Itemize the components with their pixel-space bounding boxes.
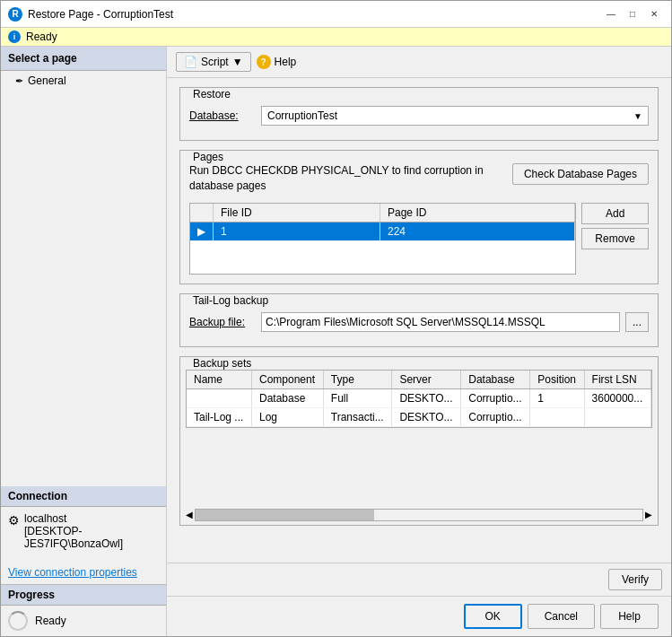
- position-header: Position: [530, 371, 584, 389]
- cancel-button[interactable]: Cancel: [528, 604, 595, 629]
- scroll-right-icon[interactable]: ▶: [645, 510, 652, 519]
- progress-header: Progress: [1, 584, 166, 606]
- help-button[interactable]: ? Help: [257, 55, 297, 69]
- check-database-pages-button[interactable]: Check Database Pages: [512, 163, 649, 185]
- pages-actions: Add Remove: [581, 203, 649, 275]
- row-indicator: ▶: [190, 222, 214, 240]
- browse-button[interactable]: ...: [625, 312, 649, 332]
- main-window: R Restore Page - CorruptionTest — □ ✕ i …: [0, 0, 672, 637]
- connection-header: Connection: [1, 486, 166, 507]
- table-row[interactable]: Tail-Log ... Log Transacti... DESKTO... …: [187, 407, 651, 426]
- remove-button[interactable]: Remove: [581, 228, 649, 249]
- row-server: DESKTO...: [392, 407, 461, 426]
- file-id-header: File ID: [214, 204, 380, 223]
- row-type: Transacti...: [323, 407, 392, 426]
- row-name: [187, 388, 252, 407]
- backup-file-label: Backup file:: [189, 316, 261, 328]
- connection-details: localhost [DESKTOP-JES7IFQ\BonzaOwl]: [24, 512, 159, 550]
- connection-section: Connection ⚙ localhost [DESKTOP-JES7IFQ\…: [1, 486, 166, 584]
- sidebar-item-label: General: [28, 74, 66, 87]
- window-icon: R: [8, 7, 22, 22]
- tail-log-group: Tail-Log backup Backup file: C:\Program …: [179, 293, 659, 347]
- row-position: [530, 407, 584, 426]
- row-component: Log: [252, 407, 324, 426]
- database-field-row: Database: CorruptionTest ▼: [189, 106, 649, 126]
- script-arrow: ▼: [232, 56, 243, 68]
- maximize-button[interactable]: □: [623, 5, 642, 23]
- row-database: Corruptio...: [461, 407, 530, 426]
- restore-group-content: Database: CorruptionTest ▼: [180, 100, 658, 140]
- tail-log-label: Tail-Log backup: [189, 294, 272, 307]
- database-header: Database: [461, 371, 530, 389]
- row-type: Full: [323, 388, 392, 407]
- sidebar: Select a page ✒ General Connection ⚙ loc…: [1, 47, 167, 636]
- row-first-lsn: 3600000...: [584, 388, 650, 407]
- title-bar-left: R Restore Page - CorruptionTest: [8, 7, 173, 22]
- component-header: Component: [252, 371, 324, 389]
- horizontal-scrollbar[interactable]: [195, 509, 643, 521]
- content-area: Restore Database: CorruptionTest ▼ Pag: [167, 78, 671, 563]
- status-text: Ready: [26, 31, 57, 43]
- pages-table-wrapper: File ID Page ID ▶ 1 224: [189, 203, 649, 275]
- database-value: CorruptionTest: [267, 109, 337, 122]
- progress-content: Ready: [1, 606, 166, 636]
- backup-file-input[interactable]: C:\Program Files\Microsoft SQL Server\MS…: [261, 312, 620, 332]
- progress-status: Ready: [35, 615, 66, 627]
- title-bar-controls: — □ ✕: [601, 5, 664, 23]
- row-name: Tail-Log ...: [187, 407, 252, 426]
- footer-buttons: OK Cancel Help: [167, 596, 671, 636]
- connection-info: ⚙ localhost [DESKTOP-JES7IFQ\BonzaOwl]: [1, 507, 166, 555]
- restore-group-label: Restore: [189, 88, 234, 100]
- row-component: Database: [252, 388, 324, 407]
- right-panel: 📄 Script ▼ ? Help Restore Database:: [167, 47, 671, 636]
- table-row[interactable]: ▶ 1 224: [190, 222, 575, 240]
- file-id-cell: 1: [214, 222, 380, 240]
- dropdown-arrow-icon: ▼: [633, 111, 642, 121]
- page-id-header: Page ID: [380, 204, 575, 223]
- type-header: Type: [323, 371, 392, 389]
- connection-server: localhost: [24, 512, 159, 525]
- restore-group: Restore Database: CorruptionTest ▼: [179, 87, 659, 141]
- backup-table-container: Name Component Type Server Database Posi…: [186, 370, 652, 428]
- pages-table: File ID Page ID ▶ 1 224: [190, 204, 575, 241]
- close-button[interactable]: ✕: [644, 5, 664, 23]
- add-button[interactable]: Add: [581, 203, 649, 224]
- pages-description-row: Run DBCC CHECKDB PHYSICAL_ONLY to find c…: [180, 163, 658, 203]
- connection-user: [DESKTOP-JES7IFQ\BonzaOwl]: [24, 525, 159, 550]
- verify-toolbar: Verify: [167, 563, 671, 596]
- toolbar: 📄 Script ▼ ? Help: [167, 47, 671, 78]
- row-server: DESKTO...: [392, 388, 461, 407]
- table-row[interactable]: Database Full DESKTO... Corruptio... 1 3…: [187, 388, 651, 407]
- help-footer-button[interactable]: Help: [600, 604, 659, 629]
- tail-log-content: Backup file: C:\Program Files\Microsoft …: [180, 307, 658, 346]
- help-label: Help: [275, 56, 297, 68]
- sidebar-header: Select a page: [1, 47, 166, 71]
- server-header: Server: [392, 371, 461, 389]
- title-bar: R Restore Page - CorruptionTest — □ ✕: [1, 1, 671, 28]
- progress-spinner: [8, 611, 28, 631]
- minimize-button[interactable]: —: [601, 5, 621, 23]
- backup-file-value: C:\Program Files\Microsoft SQL Server\MS…: [266, 316, 545, 328]
- name-header: Name: [187, 371, 252, 389]
- backup-sets-label: Backup sets: [189, 357, 255, 370]
- database-dropdown[interactable]: CorruptionTest ▼: [261, 106, 649, 126]
- row-first-lsn: [584, 407, 650, 426]
- sidebar-item-general[interactable]: ✒ General: [1, 71, 166, 91]
- scrollbar-container: ◀ ▶: [180, 505, 658, 525]
- backup-table: Name Component Type Server Database Posi…: [187, 371, 651, 427]
- scrollbar-thumb: [196, 510, 374, 520]
- progress-section: Progress Ready: [1, 584, 166, 636]
- verify-button[interactable]: Verify: [608, 569, 662, 590]
- backup-file-row: Backup file: C:\Program Files\Microsoft …: [189, 312, 649, 332]
- file-row: C:\Program Files\Microsoft SQL Server\MS…: [261, 312, 649, 332]
- window-title: Restore Page - CorruptionTest: [28, 8, 173, 21]
- view-connection-link[interactable]: View connection properties: [1, 561, 166, 584]
- script-button[interactable]: 📄 Script ▼: [176, 52, 251, 72]
- script-label: Script: [201, 56, 229, 68]
- ok-button[interactable]: OK: [464, 604, 522, 629]
- scroll-left-icon[interactable]: ◀: [186, 510, 193, 519]
- backup-sets-group: Backup sets Name Component Type Server D…: [179, 356, 659, 526]
- row-position: 1: [530, 388, 584, 407]
- script-icon: 📄: [184, 56, 197, 68]
- pages-group-label: Pages: [189, 151, 227, 163]
